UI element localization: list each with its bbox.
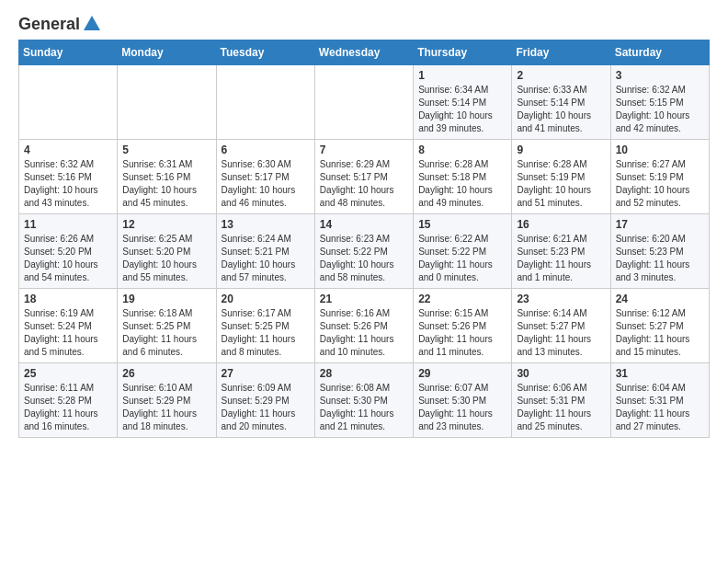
day-info: Sunrise: 6:28 AMSunset: 5:18 PMDaylight:… [418, 158, 506, 210]
day-number: 13 [222, 218, 310, 231]
day-number: 25 [24, 367, 112, 380]
calendar-header-wednesday: Wednesday [314, 40, 413, 65]
calendar-cell: 13Sunrise: 6:24 AMSunset: 5:21 PMDayligh… [216, 214, 314, 289]
calendar-week-4: 18Sunrise: 6:19 AMSunset: 5:24 PMDayligh… [19, 289, 710, 363]
calendar-cell: 25Sunrise: 6:11 AMSunset: 5:28 PMDayligh… [19, 363, 118, 438]
calendar-cell [216, 65, 314, 140]
calendar-cell: 3Sunrise: 6:32 AMSunset: 5:15 PMDaylight… [610, 65, 709, 140]
calendar-cell: 10Sunrise: 6:27 AMSunset: 5:19 PMDayligh… [610, 140, 709, 214]
day-number: 21 [320, 293, 408, 305]
day-info: Sunrise: 6:16 AMSunset: 5:26 PMDaylight:… [320, 307, 408, 359]
day-info: Sunrise: 6:20 AMSunset: 5:23 PMDaylight:… [616, 233, 704, 284]
day-number: 8 [418, 144, 506, 156]
day-number: 20 [222, 293, 310, 305]
calendar-cell: 31Sunrise: 6:04 AMSunset: 5:31 PMDayligh… [610, 363, 709, 438]
calendar-cell: 11Sunrise: 6:26 AMSunset: 5:20 PMDayligh… [19, 214, 118, 289]
calendar-cell: 16Sunrise: 6:21 AMSunset: 5:23 PMDayligh… [512, 214, 610, 289]
day-number: 19 [122, 293, 210, 305]
day-info: Sunrise: 6:25 AMSunset: 5:20 PMDaylight:… [122, 233, 210, 284]
calendar-cell: 6Sunrise: 6:30 AMSunset: 5:17 PMDaylight… [216, 140, 314, 214]
logo-general: General [18, 15, 80, 34]
day-number: 22 [418, 293, 506, 305]
calendar-header-thursday: Thursday [414, 40, 512, 65]
day-info: Sunrise: 6:04 AMSunset: 5:31 PMDaylight:… [616, 382, 704, 433]
day-info: Sunrise: 6:32 AMSunset: 5:16 PMDaylight:… [24, 158, 112, 210]
calendar-cell: 23Sunrise: 6:14 AMSunset: 5:27 PMDayligh… [512, 289, 610, 363]
day-number: 2 [517, 69, 605, 82]
day-info: Sunrise: 6:26 AMSunset: 5:20 PMDaylight:… [24, 233, 112, 284]
calendar-cell [314, 65, 413, 140]
calendar-cell [118, 65, 216, 140]
day-info: Sunrise: 6:27 AMSunset: 5:19 PMDaylight:… [616, 158, 704, 210]
logo: General [18, 15, 102, 30]
day-info: Sunrise: 6:32 AMSunset: 5:15 PMDaylight:… [616, 84, 704, 135]
calendar-cell: 2Sunrise: 6:33 AMSunset: 5:14 PMDaylight… [512, 65, 610, 140]
day-number: 17 [616, 218, 704, 231]
day-number: 4 [24, 144, 112, 156]
calendar-cell: 9Sunrise: 6:28 AMSunset: 5:19 PMDaylight… [512, 140, 610, 214]
calendar-cell: 14Sunrise: 6:23 AMSunset: 5:22 PMDayligh… [314, 214, 413, 289]
day-info: Sunrise: 6:08 AMSunset: 5:30 PMDaylight:… [320, 382, 408, 433]
calendar-cell: 1Sunrise: 6:34 AMSunset: 5:14 PMDaylight… [414, 65, 512, 140]
calendar-header-friday: Friday [512, 40, 610, 65]
calendar-cell: 21Sunrise: 6:16 AMSunset: 5:26 PMDayligh… [314, 289, 413, 363]
day-info: Sunrise: 6:34 AMSunset: 5:14 PMDaylight:… [418, 84, 506, 135]
day-info: Sunrise: 6:12 AMSunset: 5:27 PMDaylight:… [616, 307, 704, 359]
calendar-cell: 24Sunrise: 6:12 AMSunset: 5:27 PMDayligh… [610, 289, 709, 363]
day-number: 29 [418, 367, 506, 380]
day-info: Sunrise: 6:07 AMSunset: 5:30 PMDaylight:… [418, 382, 506, 433]
day-info: Sunrise: 6:15 AMSunset: 5:26 PMDaylight:… [418, 307, 506, 359]
day-number: 3 [616, 69, 704, 82]
calendar-cell: 29Sunrise: 6:07 AMSunset: 5:30 PMDayligh… [414, 363, 512, 438]
calendar-header-sunday: Sunday [19, 40, 118, 65]
calendar-cell: 20Sunrise: 6:17 AMSunset: 5:25 PMDayligh… [216, 289, 314, 363]
calendar-cell: 7Sunrise: 6:29 AMSunset: 5:17 PMDaylight… [314, 140, 413, 214]
day-number: 1 [418, 69, 506, 82]
calendar-header-tuesday: Tuesday [216, 40, 314, 65]
calendar-cell: 12Sunrise: 6:25 AMSunset: 5:20 PMDayligh… [118, 214, 216, 289]
day-info: Sunrise: 6:19 AMSunset: 5:24 PMDaylight:… [24, 307, 112, 359]
day-number: 23 [517, 293, 605, 305]
calendar-cell: 27Sunrise: 6:09 AMSunset: 5:29 PMDayligh… [216, 363, 314, 438]
calendar-cell: 30Sunrise: 6:06 AMSunset: 5:31 PMDayligh… [512, 363, 610, 438]
day-number: 24 [616, 293, 704, 305]
calendar-body: 1Sunrise: 6:34 AMSunset: 5:14 PMDaylight… [19, 65, 710, 438]
calendar-cell: 17Sunrise: 6:20 AMSunset: 5:23 PMDayligh… [610, 214, 709, 289]
day-info: Sunrise: 6:09 AMSunset: 5:29 PMDaylight:… [222, 382, 310, 433]
logo-icon [82, 14, 102, 34]
day-info: Sunrise: 6:22 AMSunset: 5:22 PMDaylight:… [418, 233, 506, 284]
day-number: 18 [24, 293, 112, 305]
day-number: 11 [24, 218, 112, 231]
day-number: 30 [517, 367, 605, 380]
calendar-cell: 22Sunrise: 6:15 AMSunset: 5:26 PMDayligh… [414, 289, 512, 363]
day-number: 28 [320, 367, 408, 380]
calendar-cell: 18Sunrise: 6:19 AMSunset: 5:24 PMDayligh… [19, 289, 118, 363]
day-info: Sunrise: 6:29 AMSunset: 5:17 PMDaylight:… [320, 158, 408, 210]
calendar-header-row: SundayMondayTuesdayWednesdayThursdayFrid… [19, 40, 710, 65]
day-number: 9 [517, 144, 605, 156]
day-number: 5 [122, 144, 210, 156]
calendar-cell [19, 65, 118, 140]
day-info: Sunrise: 6:14 AMSunset: 5:27 PMDaylight:… [517, 307, 605, 359]
day-number: 6 [222, 144, 310, 156]
calendar-header-saturday: Saturday [610, 40, 709, 65]
day-info: Sunrise: 6:30 AMSunset: 5:17 PMDaylight:… [222, 158, 310, 210]
calendar-week-5: 25Sunrise: 6:11 AMSunset: 5:28 PMDayligh… [19, 363, 710, 438]
calendar-cell: 28Sunrise: 6:08 AMSunset: 5:30 PMDayligh… [314, 363, 413, 438]
day-number: 15 [418, 218, 506, 231]
day-info: Sunrise: 6:28 AMSunset: 5:19 PMDaylight:… [517, 158, 605, 210]
day-number: 31 [616, 367, 704, 380]
day-number: 26 [122, 367, 210, 380]
day-info: Sunrise: 6:31 AMSunset: 5:16 PMDaylight:… [122, 158, 210, 210]
day-number: 7 [320, 144, 408, 156]
day-number: 10 [616, 144, 704, 156]
day-info: Sunrise: 6:23 AMSunset: 5:22 PMDaylight:… [320, 233, 408, 284]
day-info: Sunrise: 6:11 AMSunset: 5:28 PMDaylight:… [24, 382, 112, 433]
calendar-cell: 8Sunrise: 6:28 AMSunset: 5:18 PMDaylight… [414, 140, 512, 214]
calendar-cell: 19Sunrise: 6:18 AMSunset: 5:25 PMDayligh… [118, 289, 216, 363]
calendar-cell: 26Sunrise: 6:10 AMSunset: 5:29 PMDayligh… [118, 363, 216, 438]
day-number: 12 [122, 218, 210, 231]
calendar-cell: 5Sunrise: 6:31 AMSunset: 5:16 PMDaylight… [118, 140, 216, 214]
day-number: 16 [517, 218, 605, 231]
day-info: Sunrise: 6:33 AMSunset: 5:14 PMDaylight:… [517, 84, 605, 135]
